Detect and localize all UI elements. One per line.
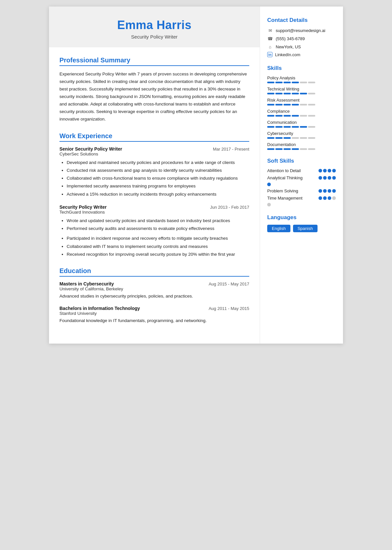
resume-wrapper: Emma Harris Security Policy Writer Profe… [49,7,343,344]
skill-seg [292,126,299,128]
dots-row [318,169,336,172]
dots-row [318,196,336,200]
dot [328,169,331,172]
skill-seg [284,93,291,94]
sidebar-column: Contact Details ✉ support@resumedesign.a… [260,7,343,344]
skill-name: Technical Writing [267,87,336,91]
edu-block-2: Bachelors in Information Technology Aug … [59,306,249,324]
skill-name: Compliance [267,109,336,114]
languages-heading: Languages [267,214,336,221]
skill-seg [308,137,315,139]
skill-seg [308,115,315,117]
list-item: Wrote and updated security policies and … [67,217,249,224]
skill-seg [308,126,315,128]
skill-name: Policy Analysis [267,75,336,80]
skill-bars [267,93,336,94]
dot [323,196,327,200]
soft-skill-time: Time Management [267,196,336,201]
skill-seg [275,104,283,105]
soft-skill-name: Problem Solving [267,188,298,193]
skill-bars [267,148,336,150]
skill-technical-writing: Technical Writing [267,87,336,94]
skill-bars [267,126,336,128]
candidate-title: Security Policy Writer [56,34,253,40]
soft-skill-name: Attention to Detail [267,168,301,173]
skill-seg [267,148,274,150]
edu-dates-2: Aug 2011 - May 2015 [209,306,249,311]
dot [332,176,336,180]
skill-name: Cybersecurity [267,131,336,136]
skill-seg [300,93,307,94]
dot [267,183,271,186]
contact-linkedin-text: LinkedIn.com [275,52,300,57]
linkedin-icon: in [267,52,272,57]
edu-degree-2: Bachelors in Information Technology [59,306,140,311]
dot [332,196,336,200]
skill-seg [275,126,283,128]
edu-dates-1: Aug 2015 - May 2017 [209,282,249,286]
list-item: Implemented security awareness training … [67,183,249,190]
dot [318,176,322,180]
list-item: Collaborated with IT teams to implement … [67,243,249,250]
edu-desc-1: Advanced studies in cybersecurity princi… [59,293,249,300]
main-column: Emma Harris Security Policy Writer Profe… [49,7,260,344]
skill-bars [267,82,336,83]
dot [328,189,331,193]
skill-seg [275,82,283,83]
skill-bars [267,115,336,117]
dot [332,169,336,172]
edu-degree-1: Masters in Cybersecurity [59,281,114,286]
dot [323,169,327,172]
job-title-2: Security Policy Writer [59,204,106,210]
job-block-1: Senior Security Policy Writer Mar 2017 -… [59,146,249,198]
skill-name: Communication [267,120,336,125]
skill-seg [308,104,315,105]
header-section: Emma Harris Security Policy Writer [49,7,260,47]
skill-seg [292,137,299,139]
soft-skill-attention: Attention to Detail [267,168,336,173]
dots-row [318,189,336,193]
contact-linkedin: in LinkedIn.com [267,52,336,57]
edu-school-2: Stanford University [59,311,249,316]
language-badge-spanish: Spanish [293,225,318,232]
skill-seg [275,148,283,150]
list-item: Participated in incident response and re… [67,235,249,242]
soft-skills-heading: Soft Skills [267,158,336,164]
work-experience-heading: Work Experience [59,132,249,142]
skill-seg [292,82,299,83]
soft-skill-analytical: Analytical Thinking [267,175,336,180]
skill-seg [292,148,299,150]
skill-seg [267,115,274,117]
skill-seg [284,104,291,105]
job-dates-2: Jun 2013 - Feb 2017 [210,205,249,210]
skill-name: Risk Assessment [267,98,336,103]
skill-seg [275,93,283,94]
contact-phone: ☎ (555) 345-6789 [267,36,336,41]
summary-text: Experienced Security Policy Writer with … [59,71,249,123]
job-company-1: CyberSec Solutions [59,152,249,156]
list-item: Performed security audits and assessment… [67,225,249,232]
skill-seg [267,104,274,105]
dot [318,169,322,172]
soft-skill-problem: Problem Solving [267,188,336,193]
skill-seg [284,137,291,139]
location-icon: ⌂ [267,44,273,50]
skill-seg [275,115,283,117]
dot [267,203,271,206]
dot [328,176,331,180]
edu-school-1: University of California, Berkeley [59,286,249,291]
dot [332,189,336,193]
soft-skill-name: Time Management [267,196,302,201]
skill-seg [284,115,291,117]
language-badges: English Spanish [267,225,336,232]
list-item: Developed and maintained security polici… [67,159,249,166]
skill-seg [292,93,299,94]
job-block-2: Security Policy Writer Jun 2013 - Feb 20… [59,204,249,258]
dot [323,189,327,193]
dot [318,189,322,193]
edu-desc-2: Foundational knowledge in IT fundamental… [59,317,249,324]
skill-seg [275,137,283,139]
job-header-1: Senior Security Policy Writer Mar 2017 -… [59,146,249,152]
list-item: Received recognition for improving overa… [67,251,249,258]
list-item: Collaborated with cross-functional teams… [67,175,249,182]
